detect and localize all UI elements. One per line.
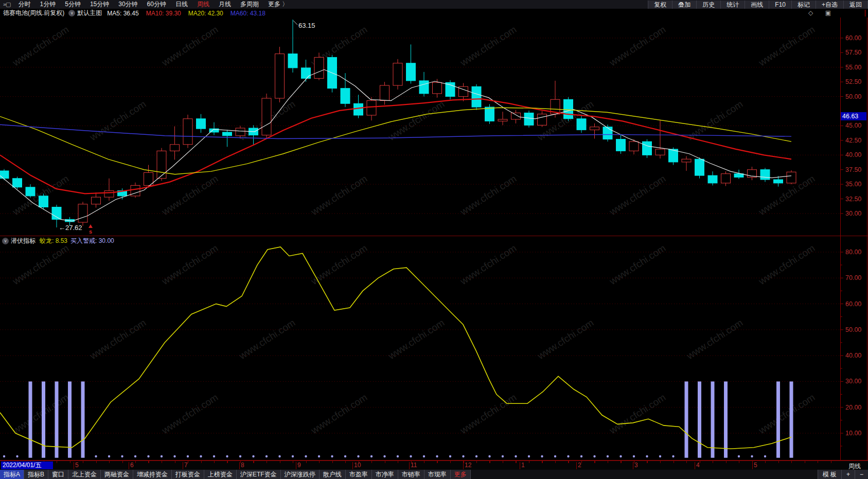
candle-body[interactable] bbox=[511, 113, 521, 119]
buy-alert-bar[interactable] bbox=[776, 381, 780, 457]
topbar-button[interactable]: 历史 bbox=[696, 1, 720, 9]
topbar-button[interactable]: 复权 bbox=[648, 1, 672, 9]
pane-separator[interactable] bbox=[0, 236, 868, 236]
candle-body[interactable] bbox=[498, 119, 507, 121]
candle-body[interactable] bbox=[406, 63, 416, 81]
candle-body[interactable] bbox=[92, 197, 101, 204]
candle-body[interactable] bbox=[787, 172, 796, 183]
toolbar-item[interactable]: 市销率 bbox=[398, 470, 424, 479]
topbar-button[interactable]: 叠加 bbox=[672, 1, 696, 9]
candle-body[interactable] bbox=[695, 159, 704, 175]
candle-body[interactable] bbox=[590, 127, 599, 130]
candle-body[interactable] bbox=[0, 171, 9, 179]
candle-body[interactable] bbox=[104, 191, 114, 198]
toolbar-right-button[interactable]: − bbox=[855, 470, 868, 479]
period-tab[interactable]: 月线 bbox=[214, 0, 236, 9]
collapse-panel-icon[interactable]: »▢ bbox=[0, 1, 14, 8]
toolbar-item[interactable]: 沪深涨跌停 bbox=[281, 470, 320, 479]
candle-body[interactable] bbox=[721, 174, 731, 183]
buy-alert-bar[interactable] bbox=[68, 381, 72, 457]
toolbar-item[interactable]: 市盈率 bbox=[346, 470, 372, 479]
toolbar-item[interactable]: 散户线 bbox=[320, 470, 346, 479]
toolbar-item[interactable]: 北上资金 bbox=[68, 470, 101, 479]
candle-body[interactable] bbox=[629, 141, 639, 151]
toolbar-item[interactable]: 沪深ETF资金 bbox=[237, 470, 281, 479]
candle-body[interactable] bbox=[314, 57, 324, 78]
indicator-line-chart[interactable]: www.cfchi.comwww.cfchi.comwww.cfchi.comw… bbox=[0, 236, 868, 460]
period-tab[interactable]: 30分钟 bbox=[114, 0, 142, 9]
candle-body[interactable] bbox=[774, 180, 783, 183]
period-tab[interactable]: 分时 bbox=[14, 0, 36, 9]
buy-alert-bar[interactable] bbox=[790, 381, 793, 457]
candle-body[interactable] bbox=[262, 98, 271, 135]
period-tab[interactable]: 60分钟 bbox=[143, 0, 171, 9]
period-tab[interactable]: 更多 〉 bbox=[263, 0, 293, 9]
period-tab[interactable]: 多周期 bbox=[236, 0, 263, 9]
buy-alert-bar[interactable] bbox=[711, 381, 715, 457]
candle-body[interactable] bbox=[78, 204, 87, 222]
toolbar-item[interactable]: 市净率 bbox=[372, 470, 398, 479]
period-tab[interactable]: 5分钟 bbox=[60, 0, 85, 9]
candle-body[interactable] bbox=[302, 68, 311, 78]
main-chart-dropdown[interactable]: 默认主图 bbox=[77, 9, 102, 17]
buy-alert-bar[interactable] bbox=[724, 381, 728, 457]
topbar-button[interactable]: 统计 bbox=[720, 1, 745, 9]
toolbar-item[interactable]: 打板资金 bbox=[172, 470, 204, 479]
chart-corner-icons[interactable]: ◇ ▣ bbox=[808, 9, 836, 16]
candle-body[interactable] bbox=[275, 54, 285, 98]
toolbar-item[interactable]: 两融资金 bbox=[101, 470, 133, 479]
period-tab[interactable]: 日线 bbox=[171, 0, 192, 9]
topbar-button[interactable]: +自选 bbox=[816, 1, 843, 9]
chevron-down-circle-icon[interactable]: ∨ bbox=[2, 238, 9, 244]
toolbar-item[interactable]: 市现率 bbox=[424, 470, 451, 479]
topbar-button[interactable]: F10 bbox=[769, 1, 791, 9]
candle-body[interactable] bbox=[433, 82, 442, 94]
buy-alert-bar[interactable] bbox=[81, 381, 85, 457]
period-tab[interactable]: 1分钟 bbox=[36, 0, 61, 9]
candle-body[interactable] bbox=[760, 170, 770, 180]
topbar-button[interactable]: 标记 bbox=[791, 1, 816, 9]
candle-body[interactable] bbox=[341, 88, 350, 104]
candle-body[interactable] bbox=[419, 81, 429, 94]
candle-body[interactable] bbox=[656, 149, 665, 155]
candle-body[interactable] bbox=[288, 54, 297, 68]
indicator-name[interactable]: 潜伏指标 bbox=[11, 237, 36, 245]
main-candlestick-chart[interactable]: www.cfchi.comwww.cfchi.comwww.cfchi.comw… bbox=[0, 17, 868, 236]
candle-body[interactable] bbox=[236, 128, 245, 136]
candle-body[interactable] bbox=[524, 113, 534, 125]
topbar-button[interactable]: 画线 bbox=[745, 1, 769, 9]
candle-body[interactable] bbox=[643, 141, 652, 155]
toolbar-right-button[interactable]: + bbox=[841, 470, 855, 479]
buy-alert-bar[interactable] bbox=[29, 381, 32, 457]
candle-body[interactable] bbox=[183, 119, 192, 145]
candle-body[interactable] bbox=[13, 179, 22, 187]
candle-body[interactable] bbox=[485, 107, 494, 121]
candle-body[interactable] bbox=[354, 103, 363, 115]
candle-body[interactable] bbox=[380, 85, 389, 101]
candle-body[interactable] bbox=[170, 145, 180, 151]
buy-alert-bar[interactable] bbox=[42, 381, 45, 457]
toolbar-item[interactable]: 指标B bbox=[24, 470, 48, 479]
candle-body[interactable] bbox=[616, 139, 626, 151]
toolbar-item[interactable]: 增减持资金 bbox=[133, 470, 172, 479]
candle-body[interactable] bbox=[52, 207, 61, 219]
candle-body[interactable] bbox=[564, 99, 573, 119]
period-tab[interactable]: 周线 bbox=[192, 0, 214, 9]
toolbar-item[interactable]: 上榜资金 bbox=[204, 470, 237, 479]
candle-body[interactable] bbox=[603, 127, 612, 139]
toolbar-item[interactable]: 指标A bbox=[0, 470, 24, 479]
toolbar-item[interactable]: 窗口 bbox=[48, 470, 68, 479]
candle-body[interactable] bbox=[577, 119, 586, 130]
candle-body[interactable] bbox=[367, 101, 376, 115]
toolbar-right-button[interactable]: 模 板 bbox=[818, 470, 841, 479]
candle-body[interactable] bbox=[393, 63, 402, 85]
candle-body[interactable] bbox=[197, 119, 206, 129]
toolbar-item[interactable]: 更多 bbox=[451, 470, 471, 479]
topbar-button[interactable]: 返回 bbox=[843, 1, 868, 9]
buy-alert-bar[interactable] bbox=[685, 381, 688, 457]
chevron-down-circle-icon[interactable]: ∨ bbox=[68, 10, 75, 16]
candle-body[interactable] bbox=[39, 196, 48, 207]
candle-body[interactable] bbox=[472, 86, 481, 107]
period-tab[interactable]: 15分钟 bbox=[85, 0, 114, 9]
candle-body[interactable] bbox=[682, 159, 691, 162]
